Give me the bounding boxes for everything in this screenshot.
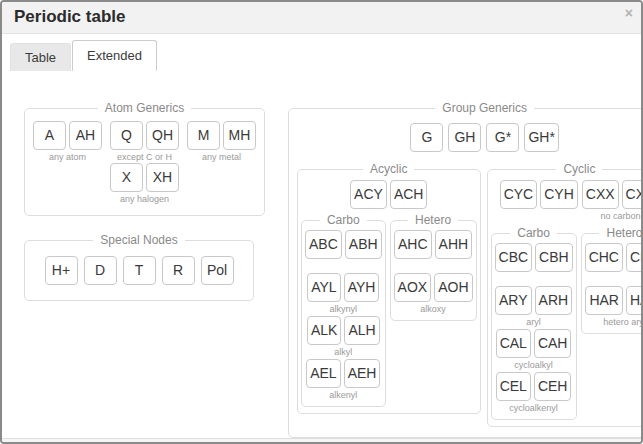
alh-button[interactable]: ALH [344, 316, 379, 345]
except-c-or-h-caption: except C or H [117, 151, 172, 163]
special-d-button[interactable]: D [84, 256, 117, 285]
special-r-button[interactable]: R [162, 256, 195, 285]
any-metal-group: M MH any metal [187, 121, 256, 163]
abh-button[interactable]: ABH [345, 230, 382, 259]
acyclic-ach-button[interactable]: ACH [390, 180, 428, 209]
ayl-button[interactable]: AYL [307, 273, 340, 302]
atom-m-button[interactable]: M [187, 121, 220, 150]
atom-xh-button[interactable]: XH [146, 163, 179, 192]
acyclic-fieldset: Acyclic ACY ACH Carbo [297, 162, 481, 414]
dialog-header: Periodic table × [2, 2, 641, 34]
hetero-aryl-caption: hetero aryl [603, 316, 643, 328]
ceh-button[interactable]: CEH [534, 372, 572, 401]
acyclic-acy-button[interactable]: ACY [350, 180, 387, 209]
cbc-button[interactable]: CBC [495, 243, 533, 272]
any-metal-caption: any metal [202, 151, 241, 163]
cbh-button[interactable]: CBH [535, 243, 573, 272]
close-icon[interactable]: × [625, 6, 633, 20]
periodic-table-dialog: Periodic table × Table Extended Atom Gen… [0, 0, 643, 444]
cycloalkenyl-caption: cycloalkenyl [509, 402, 558, 414]
cyclic-top-group: CYC CYH [500, 180, 578, 222]
cxh-button[interactable]: CXH [622, 180, 643, 209]
har-button[interactable]: HAR [585, 286, 623, 315]
alk-button[interactable]: ALK [307, 316, 341, 345]
any-halogen-group: X XH any halogen [110, 163, 179, 205]
aeh-button[interactable]: AEH [344, 359, 381, 388]
ary-button[interactable]: ARY [495, 286, 532, 315]
arh-button[interactable]: ARH [535, 286, 573, 315]
any-atom-group: A AH any atom [33, 121, 102, 163]
dialog-footer: Cancel OK [2, 438, 641, 444]
cyc-button[interactable]: CYC [500, 180, 538, 209]
special-nodes-fieldset: Special Nodes H+ D T R Pol [24, 233, 254, 301]
no-carbon-caption: no carbon [600, 210, 640, 222]
atom-q-button[interactable]: Q [110, 121, 143, 150]
cycloalkyl-caption: cycloalkyl [514, 359, 553, 371]
alkenyl-caption: alkenyl [329, 389, 357, 401]
cyclic-fieldset: Cyclic CYC CYH CXX [487, 162, 643, 427]
acyclic-carbo-fieldset: Carbo ABC ABH [301, 213, 386, 407]
cyclic-carbo-fieldset: Carbo CBC CBH [491, 226, 577, 420]
group-g-button[interactable]: G [410, 123, 443, 152]
chc-button[interactable]: CHC [585, 243, 623, 272]
ayh-button[interactable]: AYH [344, 273, 380, 302]
alkynyl-caption: alkynyl [330, 303, 358, 315]
alkyl-caption: alkyl [334, 346, 352, 358]
group-ghstar-button[interactable]: GH* [524, 123, 558, 152]
atom-x-button[interactable]: X [110, 163, 143, 192]
special-t-button[interactable]: T [123, 256, 156, 285]
cyclic-hetero-legend: Hetero [599, 226, 643, 240]
special-pol-button[interactable]: Pol [201, 256, 234, 285]
acyclic-hetero-legend: Hetero [408, 213, 458, 227]
any-halogen-caption: any halogen [120, 193, 169, 205]
tab-table[interactable]: Table [10, 43, 71, 71]
atom-mh-button[interactable]: MH [223, 121, 256, 150]
any-atom-caption: any atom [49, 151, 86, 163]
chh-button[interactable]: CHH [626, 243, 643, 272]
group-gstar-button[interactable]: G* [486, 123, 519, 152]
special-hplus-button[interactable]: H+ [45, 256, 78, 285]
abc-button[interactable]: ABC [305, 230, 342, 259]
dialog-title: Periodic table [14, 7, 125, 26]
acyclic-carbo-legend: Carbo [320, 213, 367, 227]
cyclic-carbo-legend: Carbo [510, 226, 557, 240]
no-carbon-group: CXX CXH no carbon [582, 180, 643, 222]
alkoxy-caption: alkoxy [420, 303, 446, 315]
tab-extended[interactable]: Extended [72, 40, 157, 71]
dialog-content: Atom Generics A AH any atom Q QH [2, 71, 641, 438]
group-gh-button[interactable]: GH [448, 123, 481, 152]
cal-button[interactable]: CAL [496, 329, 531, 358]
left-column: Atom Generics A AH any atom Q QH [24, 101, 254, 301]
special-nodes-legend: Special Nodes [93, 233, 184, 247]
ael-button[interactable]: AEL [306, 359, 340, 388]
aoh-button[interactable]: AOH [434, 273, 472, 302]
acyclic-legend: Acyclic [363, 162, 414, 176]
atom-generics-fieldset: Atom Generics A AH any atom Q QH [24, 101, 265, 216]
right-column: Group Generics G GH G* GH* Acyclic [288, 101, 643, 438]
ahh-button[interactable]: AHH [435, 230, 473, 259]
atom-a-button[interactable]: A [33, 121, 66, 150]
group-generics-legend: Group Generics [435, 101, 534, 115]
aryl-caption: aryl [526, 316, 541, 328]
aox-button[interactable]: AOX [394, 273, 432, 302]
cyclic-hetero-fieldset: Hetero CHC CHH [581, 226, 643, 334]
cyclic-legend: Cyclic [556, 162, 602, 176]
except-c-or-h-group: Q QH except C or H [110, 121, 179, 163]
acyclic-top-group: ACY ACH [350, 180, 427, 209]
cyh-button[interactable]: CYH [540, 180, 578, 209]
atom-generics-legend: Atom Generics [98, 101, 191, 115]
hah-button[interactable]: HAH [626, 286, 643, 315]
cxx-button[interactable]: CXX [582, 180, 619, 209]
ahc-button[interactable]: AHC [394, 230, 432, 259]
atom-ah-button[interactable]: AH [69, 121, 102, 150]
acyclic-hetero-fieldset: Hetero AHC AHH [390, 213, 477, 321]
atom-qh-button[interactable]: QH [146, 121, 179, 150]
tab-bar: Table Extended [2, 34, 641, 71]
cel-button[interactable]: CEL [496, 372, 531, 401]
group-generics-fieldset: Group Generics G GH G* GH* Acyclic [288, 101, 643, 438]
cah-button[interactable]: CAH [534, 329, 572, 358]
